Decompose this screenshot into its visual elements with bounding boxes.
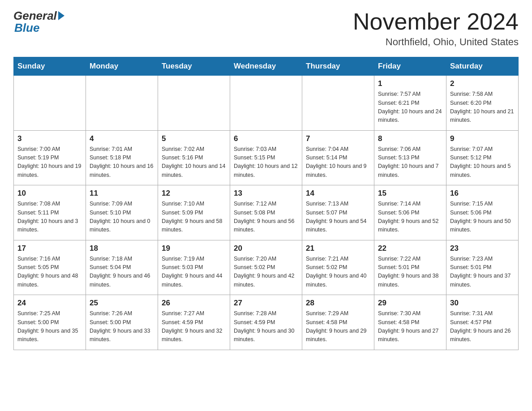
- calendar-header: SundayMondayTuesdayWednesdayThursdayFrid…: [14, 57, 519, 76]
- day-info: Sunrise: 7:07 AMSunset: 5:12 PMDaylight:…: [450, 145, 515, 180]
- day-info: Sunrise: 7:15 AMSunset: 5:06 PMDaylight:…: [450, 200, 515, 235]
- calendar-body: 1Sunrise: 7:57 AMSunset: 6:21 PMDaylight…: [14, 76, 519, 350]
- day-number: 12: [162, 189, 226, 198]
- day-info: Sunrise: 7:03 AMSunset: 5:15 PMDaylight:…: [234, 145, 298, 180]
- day-number: 26: [162, 299, 226, 308]
- day-number: 25: [90, 299, 154, 308]
- day-number: 13: [234, 189, 298, 198]
- day-of-week-thursday: Thursday: [302, 57, 374, 76]
- day-of-week-wednesday: Wednesday: [230, 57, 302, 76]
- day-info: Sunrise: 7:16 AMSunset: 5:05 PMDaylight:…: [17, 255, 82, 290]
- calendar-cell: [230, 76, 302, 131]
- day-number: 27: [234, 299, 298, 308]
- calendar-cell: [86, 76, 158, 131]
- day-info: Sunrise: 7:57 AMSunset: 6:21 PMDaylight:…: [378, 90, 442, 125]
- day-info: Sunrise: 7:01 AMSunset: 5:18 PMDaylight:…: [90, 145, 154, 180]
- day-info: Sunrise: 7:25 AMSunset: 5:00 PMDaylight:…: [17, 309, 82, 344]
- day-of-week-monday: Monday: [86, 57, 158, 76]
- day-info: Sunrise: 7:20 AMSunset: 5:02 PMDaylight:…: [234, 255, 298, 290]
- day-number: 1: [378, 79, 442, 88]
- day-number: 18: [90, 244, 154, 253]
- day-number: 19: [162, 244, 226, 253]
- day-of-week-saturday: Saturday: [446, 57, 519, 76]
- day-number: 20: [234, 244, 298, 253]
- day-number: 14: [306, 189, 370, 198]
- month-title: November 2024: [353, 9, 519, 34]
- calendar-cell: 2Sunrise: 7:58 AMSunset: 6:20 PMDaylight…: [446, 76, 519, 131]
- calendar-cell: 10Sunrise: 7:08 AMSunset: 5:11 PMDayligh…: [14, 185, 86, 240]
- calendar-week-1: 3Sunrise: 7:00 AMSunset: 5:19 PMDaylight…: [14, 130, 519, 185]
- logo-blue-text: Blue: [13, 21, 39, 35]
- day-info: Sunrise: 7:29 AMSunset: 4:58 PMDaylight:…: [306, 309, 370, 344]
- calendar-cell: 5Sunrise: 7:02 AMSunset: 5:16 PMDaylight…: [158, 130, 230, 185]
- calendar-cell: 7Sunrise: 7:04 AMSunset: 5:14 PMDaylight…: [302, 130, 374, 185]
- calendar-cell: 16Sunrise: 7:15 AMSunset: 5:06 PMDayligh…: [446, 185, 519, 240]
- calendar-cell: 25Sunrise: 7:26 AMSunset: 5:00 PMDayligh…: [86, 295, 158, 350]
- day-header-row: SundayMondayTuesdayWednesdayThursdayFrid…: [14, 57, 519, 76]
- calendar-cell: 13Sunrise: 7:12 AMSunset: 5:08 PMDayligh…: [230, 185, 302, 240]
- day-number: 16: [450, 189, 515, 198]
- day-number: 10: [17, 189, 82, 198]
- calendar-cell: [14, 76, 86, 131]
- day-number: 29: [378, 299, 442, 308]
- calendar-cell: 1Sunrise: 7:57 AMSunset: 6:21 PMDaylight…: [374, 76, 446, 131]
- calendar-cell: 21Sunrise: 7:21 AMSunset: 5:02 PMDayligh…: [302, 240, 374, 295]
- day-info: Sunrise: 7:10 AMSunset: 5:09 PMDaylight:…: [162, 200, 226, 235]
- calendar-table: SundayMondayTuesdayWednesdayThursdayFrid…: [13, 57, 519, 350]
- day-info: Sunrise: 7:19 AMSunset: 5:03 PMDaylight:…: [162, 255, 226, 290]
- day-info: Sunrise: 7:09 AMSunset: 5:10 PMDaylight:…: [90, 200, 154, 235]
- calendar-cell: 29Sunrise: 7:30 AMSunset: 4:58 PMDayligh…: [374, 295, 446, 350]
- calendar-cell: 19Sunrise: 7:19 AMSunset: 5:03 PMDayligh…: [158, 240, 230, 295]
- calendar-week-2: 10Sunrise: 7:08 AMSunset: 5:11 PMDayligh…: [14, 185, 519, 240]
- day-number: 17: [17, 244, 82, 253]
- day-info: Sunrise: 7:21 AMSunset: 5:02 PMDaylight:…: [306, 255, 370, 290]
- calendar-cell: [302, 76, 374, 131]
- page-header: General Blue November 2024 Northfield, O…: [13, 9, 519, 48]
- calendar-cell: 8Sunrise: 7:06 AMSunset: 5:13 PMDaylight…: [374, 130, 446, 185]
- calendar-week-3: 17Sunrise: 7:16 AMSunset: 5:05 PMDayligh…: [14, 240, 519, 295]
- day-number: 11: [90, 189, 154, 198]
- calendar-cell: 24Sunrise: 7:25 AMSunset: 5:00 PMDayligh…: [14, 295, 86, 350]
- calendar-cell: 4Sunrise: 7:01 AMSunset: 5:18 PMDaylight…: [86, 130, 158, 185]
- calendar-cell: 17Sunrise: 7:16 AMSunset: 5:05 PMDayligh…: [14, 240, 86, 295]
- day-info: Sunrise: 7:58 AMSunset: 6:20 PMDaylight:…: [450, 90, 515, 125]
- day-number: 4: [90, 134, 154, 143]
- calendar-cell: 18Sunrise: 7:18 AMSunset: 5:04 PMDayligh…: [86, 240, 158, 295]
- logo-arrow-icon: [58, 11, 64, 20]
- day-info: Sunrise: 7:26 AMSunset: 5:00 PMDaylight:…: [90, 309, 154, 344]
- calendar-cell: 22Sunrise: 7:22 AMSunset: 5:01 PMDayligh…: [374, 240, 446, 295]
- day-info: Sunrise: 7:02 AMSunset: 5:16 PMDaylight:…: [162, 145, 226, 180]
- calendar-cell: 14Sunrise: 7:13 AMSunset: 5:07 PMDayligh…: [302, 185, 374, 240]
- day-info: Sunrise: 7:00 AMSunset: 5:19 PMDaylight:…: [17, 145, 82, 180]
- calendar-cell: [158, 76, 230, 131]
- calendar-cell: 3Sunrise: 7:00 AMSunset: 5:19 PMDaylight…: [14, 130, 86, 185]
- day-info: Sunrise: 7:27 AMSunset: 4:59 PMDaylight:…: [162, 309, 226, 344]
- day-info: Sunrise: 7:28 AMSunset: 4:59 PMDaylight:…: [234, 309, 298, 344]
- calendar-cell: 15Sunrise: 7:14 AMSunset: 5:06 PMDayligh…: [374, 185, 446, 240]
- calendar-cell: 23Sunrise: 7:23 AMSunset: 5:01 PMDayligh…: [446, 240, 519, 295]
- calendar-week-0: 1Sunrise: 7:57 AMSunset: 6:21 PMDaylight…: [14, 76, 519, 131]
- calendar-cell: 11Sunrise: 7:09 AMSunset: 5:10 PMDayligh…: [86, 185, 158, 240]
- day-number: 24: [17, 299, 82, 308]
- day-number: 5: [162, 134, 226, 143]
- day-of-week-friday: Friday: [374, 57, 446, 76]
- day-number: 2: [450, 79, 515, 88]
- day-info: Sunrise: 7:31 AMSunset: 4:57 PMDaylight:…: [450, 309, 515, 344]
- calendar-cell: 27Sunrise: 7:28 AMSunset: 4:59 PMDayligh…: [230, 295, 302, 350]
- calendar-cell: 6Sunrise: 7:03 AMSunset: 5:15 PMDaylight…: [230, 130, 302, 185]
- day-number: 3: [17, 134, 82, 143]
- calendar-cell: 20Sunrise: 7:20 AMSunset: 5:02 PMDayligh…: [230, 240, 302, 295]
- day-info: Sunrise: 7:13 AMSunset: 5:07 PMDaylight:…: [306, 200, 370, 235]
- day-of-week-tuesday: Tuesday: [158, 57, 230, 76]
- day-number: 15: [378, 189, 442, 198]
- calendar-week-4: 24Sunrise: 7:25 AMSunset: 5:00 PMDayligh…: [14, 295, 519, 350]
- day-number: 30: [450, 299, 515, 308]
- day-info: Sunrise: 7:06 AMSunset: 5:13 PMDaylight:…: [378, 145, 442, 180]
- day-number: 28: [306, 299, 370, 308]
- day-info: Sunrise: 7:14 AMSunset: 5:06 PMDaylight:…: [378, 200, 442, 235]
- calendar-cell: 28Sunrise: 7:29 AMSunset: 4:58 PMDayligh…: [302, 295, 374, 350]
- title-block: November 2024 Northfield, Ohio, United S…: [353, 9, 519, 48]
- day-info: Sunrise: 7:30 AMSunset: 4:58 PMDaylight:…: [378, 309, 442, 344]
- day-of-week-sunday: Sunday: [14, 57, 86, 76]
- day-info: Sunrise: 7:22 AMSunset: 5:01 PMDaylight:…: [378, 255, 442, 290]
